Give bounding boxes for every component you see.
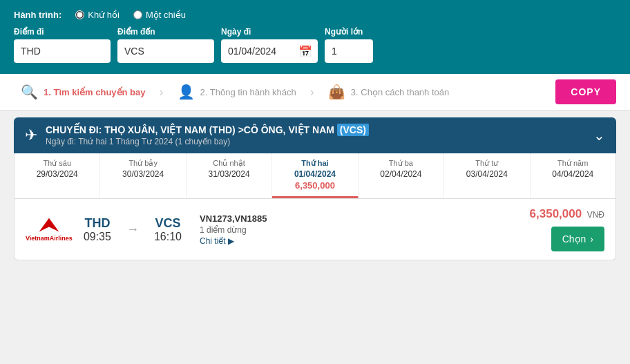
price-section: 6,350,000 VNĐ Chọn › bbox=[501, 207, 604, 251]
day-name: Thứ hai bbox=[279, 159, 350, 168]
detail-link[interactable]: Chi tiết ▶ bbox=[200, 236, 490, 246]
hanh-trinh-row: Hành trình: Khứ hồi Một chiều bbox=[14, 10, 616, 20]
day-name: Thứ ba bbox=[365, 159, 437, 168]
search-icon: 🔍 bbox=[21, 84, 38, 100]
search-fields: Điểm đi Điểm đến Ngày đi 📅 Người lớn bbox=[14, 27, 616, 63]
flight-numbers: VN1273,VN1885 bbox=[200, 213, 490, 224]
day-name: Thứ sáu bbox=[21, 159, 93, 168]
airline-logo: VietnamAirlines bbox=[26, 216, 73, 242]
steps-bar: 🔍 1. Tìm kiếm chuyến bay › 👤 2. Thông ti… bbox=[0, 74, 630, 111]
select-btn-label: Chọn bbox=[562, 233, 586, 245]
flight-price: 6,350,000 bbox=[530, 207, 582, 220]
date-value: 30/03/2024 bbox=[107, 169, 178, 179]
date-value: 01/04/2024 bbox=[279, 169, 350, 179]
copy-btn-wrapper: COPY bbox=[555, 79, 616, 104]
date-cell-1[interactable]: Thứ bảy 30/03/2024 bbox=[100, 153, 186, 198]
diem-di-group: Điểm đi bbox=[14, 27, 111, 63]
flight-header-info: CHUYẾN ĐI: THỌ XUÂN, VIỆT NAM (THD) >CÔ … bbox=[46, 124, 369, 146]
date-value: 29/03/2024 bbox=[21, 169, 93, 179]
diem-di-label: Điểm đi bbox=[14, 27, 111, 37]
flight-destination-highlight: (VCS) bbox=[337, 124, 369, 136]
diem-den-group: Điểm đến bbox=[117, 27, 214, 63]
date-value: 04/04/2024 bbox=[537, 169, 609, 179]
wallet-icon: 👜 bbox=[328, 84, 345, 100]
mot-chieu-input[interactable] bbox=[133, 10, 142, 19]
airline-bird-icon bbox=[37, 216, 61, 236]
diem-den-label: Điểm đến bbox=[117, 27, 214, 37]
step-arrow-2: › bbox=[310, 85, 314, 99]
flight-header-left: ✈ CHUYẾN ĐI: THỌ XUÂN, VIỆT NAM (THD) >C… bbox=[25, 124, 369, 146]
origin-code: THD bbox=[84, 216, 111, 231]
flight-info: VN1273,VN1885 1 điểm dừng Chi tiết ▶ bbox=[193, 213, 490, 246]
nguoi-lon-group: Người lớn bbox=[325, 27, 373, 63]
departure-time: 09:35 bbox=[84, 231, 111, 243]
date-value: 02/04/2024 bbox=[365, 169, 437, 179]
collapse-button[interactable]: ⌄ bbox=[593, 127, 605, 144]
select-button[interactable]: Chọn › bbox=[551, 227, 604, 251]
date-price bbox=[365, 180, 437, 190]
arrival-time: 16:10 bbox=[154, 231, 182, 243]
select-btn-arrow: › bbox=[590, 233, 593, 245]
ngay-di-label: Ngày đi bbox=[221, 27, 318, 37]
step-1-label: 1. Tìm kiếm chuyến bay bbox=[44, 87, 146, 97]
ngay-di-input[interactable] bbox=[221, 39, 318, 63]
khu-hoi-input[interactable] bbox=[75, 10, 84, 19]
date-price bbox=[537, 180, 609, 190]
hanh-trinh-label: Hành trình: bbox=[14, 10, 61, 20]
date-price bbox=[21, 180, 93, 190]
date-selector: Thứ sáu 29/03/2024 Thứ bảy 30/03/2024 Ch… bbox=[14, 153, 616, 199]
date-cell-5[interactable]: Thứ tư 03/04/2024 bbox=[444, 153, 530, 198]
departure-info: THD 09:35 bbox=[84, 216, 111, 243]
copy-button[interactable]: COPY bbox=[555, 79, 616, 104]
flights-container: ✈ CHUYẾN ĐI: THỌ XUÂN, VIỆT NAM (THD) >C… bbox=[0, 111, 630, 267]
destination-code: VCS bbox=[154, 216, 182, 231]
step-3: 👜 3. Chọn cách thanh toán bbox=[328, 84, 449, 100]
date-price bbox=[451, 180, 522, 190]
mot-chieu-label: Một chiều bbox=[146, 10, 186, 20]
day-name: Thứ năm bbox=[537, 159, 609, 168]
arrival-info: VCS 16:10 bbox=[154, 216, 182, 243]
airline-name-text: VietnamAirlines bbox=[26, 236, 73, 242]
flight-header: ✈ CHUYẾN ĐI: THỌ XUÂN, VIỆT NAM (THD) >C… bbox=[14, 117, 616, 153]
nguoi-lon-input[interactable] bbox=[325, 39, 373, 63]
flight-times: THD 09:35 → VCS 16:10 bbox=[84, 216, 182, 243]
stopover-info: 1 điểm dừng bbox=[200, 225, 490, 235]
khu-hoi-radio[interactable]: Khứ hồi bbox=[75, 10, 120, 20]
plane-icon: ✈ bbox=[25, 126, 37, 144]
diem-den-input[interactable] bbox=[117, 39, 214, 63]
date-cell-2[interactable]: Chủ nhật 31/03/2024 bbox=[187, 153, 272, 198]
khu-hoi-label: Khứ hồi bbox=[88, 10, 120, 20]
date-value: 03/04/2024 bbox=[451, 169, 522, 179]
step-3-label: 3. Chọn cách thanh toán bbox=[351, 87, 449, 97]
day-name: Thứ bảy bbox=[107, 159, 178, 168]
search-header: Hành trình: Khứ hồi Một chiều Điểm đi Đi… bbox=[0, 0, 630, 74]
mot-chieu-radio[interactable]: Một chiều bbox=[133, 10, 186, 20]
currency-label: VNĐ bbox=[587, 210, 604, 220]
date-wrapper: 📅 bbox=[221, 39, 318, 63]
flight-direction-arrow: → bbox=[126, 222, 139, 237]
date-cell-3[interactable]: Thứ hai 01/04/2024 6,350,000 bbox=[272, 153, 358, 198]
step-arrow-1: › bbox=[160, 85, 164, 99]
date-value: 31/03/2024 bbox=[193, 169, 265, 179]
flight-subtitle: Ngày đi: Thứ hai 1 Tháng Tư 2024 (1 chuy… bbox=[46, 137, 369, 146]
flight-result: VietnamAirlines THD 09:35 → VCS 16:10 VN… bbox=[14, 199, 616, 260]
person-icon: 👤 bbox=[178, 84, 195, 100]
step-2: 👤 2. Thông tin hành khách bbox=[178, 84, 296, 100]
day-name: Thứ tư bbox=[451, 159, 522, 168]
date-price bbox=[107, 180, 178, 190]
date-cell-4[interactable]: Thứ ba 02/04/2024 bbox=[359, 153, 444, 198]
diem-di-input[interactable] bbox=[14, 39, 111, 63]
ngay-di-group: Ngày đi 📅 bbox=[221, 27, 318, 63]
date-price: 6,350,000 bbox=[279, 180, 350, 191]
date-price bbox=[193, 180, 265, 190]
flight-title: CHUYẾN ĐI: THỌ XUÂN, VIỆT NAM (THD) >CÔ … bbox=[46, 124, 369, 135]
date-cell-6[interactable]: Thứ năm 04/04/2024 bbox=[531, 153, 615, 198]
step-2-label: 2. Thông tin hành khách bbox=[200, 87, 296, 97]
nguoi-lon-label: Người lớn bbox=[325, 27, 373, 37]
day-name: Chủ nhật bbox=[193, 159, 265, 168]
step-1: 🔍 1. Tìm kiếm chuyến bay bbox=[21, 84, 146, 100]
date-cell-0[interactable]: Thứ sáu 29/03/2024 bbox=[15, 153, 100, 198]
